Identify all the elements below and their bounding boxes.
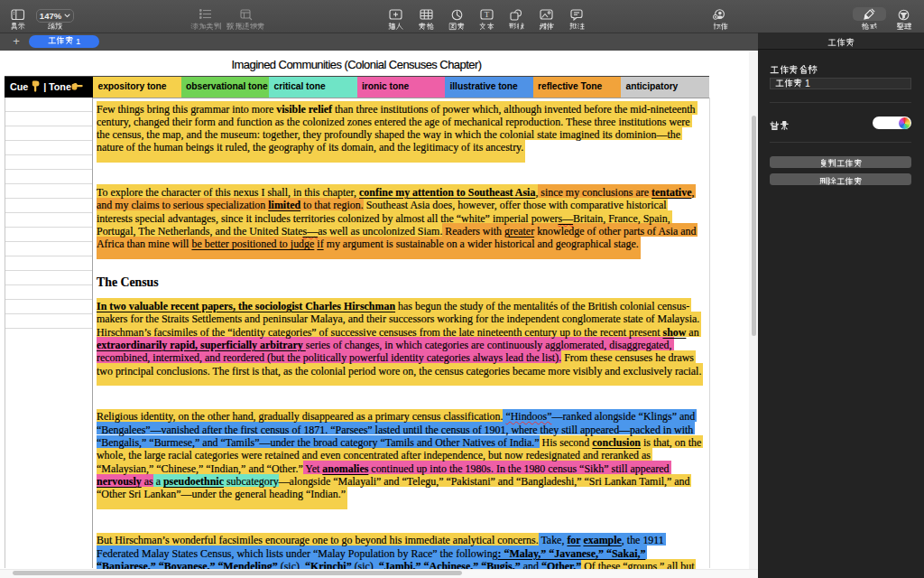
svg-text:T: T: [485, 10, 490, 19]
